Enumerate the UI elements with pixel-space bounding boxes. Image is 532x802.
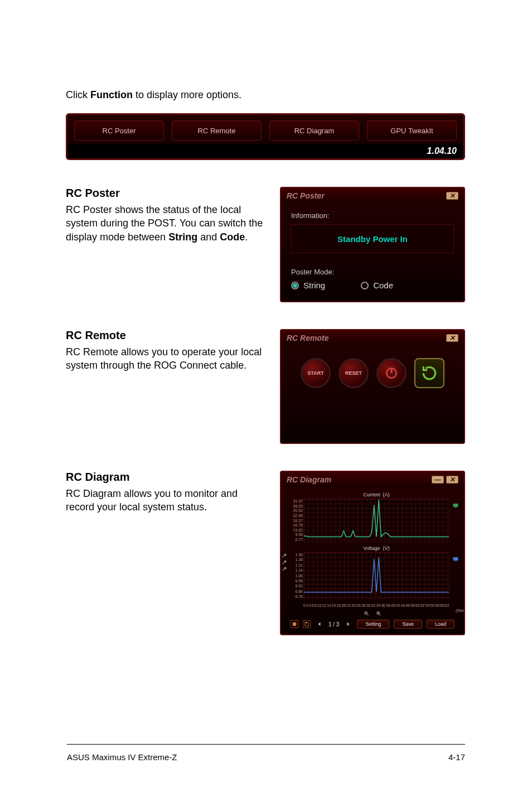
close-icon[interactable]: ✕ (446, 476, 458, 484)
version-label: 1.04.10 (67, 144, 463, 158)
wrench-icon[interactable] (282, 559, 287, 565)
arrow-left-icon[interactable] (315, 621, 324, 627)
power-icon (384, 366, 399, 380)
monitor-icon[interactable] (452, 503, 459, 509)
tab-rc-poster[interactable]: RC Poster (74, 120, 164, 141)
rc-poster-desc-b2: Code (220, 231, 245, 243)
start-button[interactable]: START (301, 358, 331, 388)
close-icon[interactable]: ✕ (446, 192, 458, 200)
rc-poster-desc-b1: String (168, 231, 197, 243)
rc-diagram-panel-title: RC Diagram (287, 475, 331, 484)
intro-post: to display more options. (133, 89, 241, 100)
chart-voltage-yticks: 1.361.281.211.141.060.990.920.860.78 (288, 553, 303, 598)
zoom-out-icon[interactable] (364, 611, 369, 616)
poster-mode-string-label: String (303, 281, 325, 290)
record-icon (292, 621, 297, 627)
rc-poster-heading: RC Poster (66, 187, 269, 200)
rc-poster-desc-mid: and (197, 231, 220, 243)
x-unit: (Sec) (456, 608, 465, 613)
svg-rect-5 (455, 561, 457, 562)
rc-remote-panel-title: RC Remote (287, 334, 328, 342)
save-button[interactable]: Save (394, 620, 422, 629)
setting-button[interactable]: Setting (357, 620, 389, 629)
save-file-button[interactable] (303, 620, 311, 628)
page-indicator: 1 / 3 (328, 621, 339, 627)
rc-poster-panel-title: RC Poster (287, 191, 325, 200)
chart-voltage-title: Voltage (V) (303, 545, 449, 551)
power-button[interactable] (376, 358, 407, 388)
rc-remote-desc: RC Remote allows you to operate your loc… (66, 345, 269, 373)
svg-point-13 (292, 622, 296, 626)
intro-bold: Function (90, 89, 133, 100)
monitor-icon[interactable] (452, 556, 459, 563)
rc-remote-heading: RC Remote (66, 329, 269, 342)
poster-mode-label: Poster Mode: (291, 268, 454, 276)
poster-mode-code-label: Code (373, 281, 393, 290)
rc-diagram-heading: RC Diagram (66, 471, 269, 484)
svg-rect-3 (455, 508, 457, 508)
svg-rect-14 (306, 622, 307, 624)
svg-rect-4 (453, 557, 458, 561)
chart-current-title: Current (A) (303, 492, 449, 497)
refresh-button[interactable] (414, 358, 444, 388)
svg-line-7 (367, 614, 369, 616)
rc-diagram-panel: RC Diagram — ✕ Current (A) 31.3728.0325.… (280, 471, 465, 635)
rc-poster-desc-post: . (245, 231, 248, 243)
chart-current-yticks: 31.3728.0325.9222.4018.2716.7013.029.906… (288, 499, 303, 542)
svg-line-10 (379, 614, 381, 616)
intro-text: Click Function to display more options. (66, 89, 465, 101)
function-tabs-panel: RC Poster RC Remote RC Diagram GPU Tweak… (66, 113, 465, 160)
reset-button[interactable]: RESET (338, 358, 369, 388)
poster-mode-code[interactable]: Code (361, 281, 393, 290)
chart-voltage: 1.361.281.211.141.060.990.920.860.78 (303, 552, 449, 599)
poster-mode-string[interactable]: String (291, 281, 325, 290)
information-box: Standby Power In (291, 224, 454, 253)
wrench-icon[interactable] (282, 566, 287, 572)
arrow-right-icon[interactable] (344, 621, 352, 627)
rc-remote-panel: RC Remote ✕ START RESET (280, 329, 465, 444)
floppy-icon (304, 621, 309, 627)
information-label: Information: (291, 211, 454, 220)
footer-left: ASUS Maximus IV Extreme-Z (67, 752, 177, 762)
wrench-icons (282, 553, 287, 572)
refresh-icon (420, 364, 438, 382)
svg-rect-2 (453, 504, 458, 507)
minimize-icon[interactable]: — (432, 476, 444, 484)
tab-rc-diagram[interactable]: RC Diagram (269, 120, 359, 141)
intro-pre: Click (66, 89, 90, 100)
tab-gpu-tweakit[interactable]: GPU TweakIt (367, 120, 457, 141)
rc-poster-panel: RC Poster ✕ Information: Standby Power I… (280, 187, 465, 302)
footer-right: 4-17 (448, 752, 465, 762)
radio-icon (291, 282, 299, 289)
zoom-in-icon[interactable] (376, 611, 381, 616)
radio-icon (361, 282, 369, 289)
record-button[interactable] (291, 620, 298, 628)
wrench-icon[interactable] (282, 553, 287, 558)
chart-xticks: 0246810121416182022242628303234363840424… (303, 602, 449, 611)
rc-diagram-desc: RC Diagram allows you to monitor and rec… (66, 487, 269, 514)
tab-rc-remote[interactable]: RC Remote (172, 120, 262, 141)
load-button[interactable]: Load (427, 620, 454, 629)
close-icon[interactable]: ✕ (446, 334, 458, 342)
chart-current: 31.3728.0325.9222.4018.2716.7013.029.906… (303, 499, 449, 542)
rc-poster-desc: RC Poster shows the status of the local … (66, 203, 269, 244)
information-value: Standby Power In (337, 234, 408, 244)
